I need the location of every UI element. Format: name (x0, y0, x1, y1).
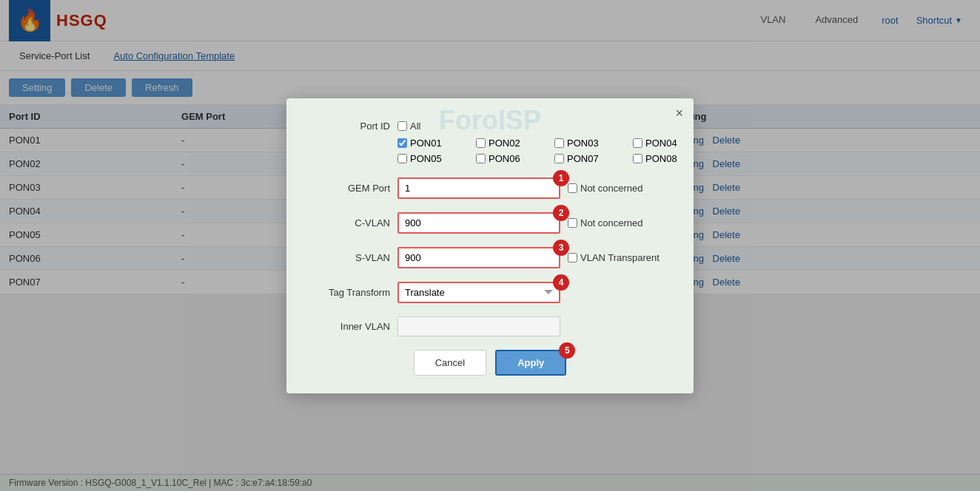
port-item-pon01: PON01 (397, 138, 464, 149)
tag-transform-select-wrap: Translate Push Pop None 4 (397, 282, 560, 295)
svlan-label: S-VLAN (316, 252, 390, 263)
cvlan-not-concerned-checkbox[interactable] (568, 218, 577, 228)
gem-port-not-concerned-checkbox[interactable] (568, 183, 577, 193)
all-checkbox-group: All (397, 121, 420, 132)
gem-port-label: GEM Port (316, 183, 390, 194)
modal-overlay: ForoISP × Port ID All PON01 (0, 0, 980, 294)
port-item-pon08: PON08 (633, 153, 699, 164)
cvlan-not-concerned-group: Not concerned (568, 217, 643, 228)
port-row-1: PON01 PON02 PON03 PON04 (397, 138, 664, 149)
svlan-step-badge: 3 (553, 240, 569, 256)
pon08-checkbox[interactable] (633, 154, 642, 163)
tag-transform-step-badge: 4 (553, 274, 569, 291)
port-id-row: Port ID All (316, 121, 664, 132)
gem-port-input[interactable] (397, 177, 560, 199)
port-row-2: PON05 PON06 PON07 PON08 (397, 153, 664, 164)
gem-port-not-concerned-group: Not concerned (568, 183, 643, 194)
cvlan-row: C-VLAN 2 Not concerned (316, 212, 664, 234)
pon02-label: PON02 (489, 138, 520, 149)
pon04-label: PON04 (645, 138, 677, 149)
cvlan-not-concerned-label: Not concerned (580, 217, 643, 228)
gem-port-input-wrap: 1 (397, 177, 560, 199)
pon03-label: PON03 (567, 138, 599, 149)
pon05-label: PON05 (410, 153, 442, 164)
pon01-checkbox[interactable] (397, 138, 407, 148)
pon05-checkbox[interactable] (397, 154, 407, 163)
gem-port-row: GEM Port 1 Not concerned (316, 177, 664, 199)
svlan-input[interactable] (397, 247, 560, 268)
cvlan-input[interactable] (397, 212, 560, 234)
svlan-transparent-checkbox[interactable] (568, 253, 577, 263)
pon03-checkbox[interactable] (554, 138, 564, 148)
svlan-row: S-VLAN 3 VLAN Transparent (316, 247, 664, 268)
cvlan-step-badge: 2 (553, 205, 569, 221)
svlan-transparent-label: VLAN Transparent (580, 252, 660, 263)
gem-port-not-concerned-label: Not concerned (580, 183, 643, 194)
modal: ForoISP × Port ID All PON01 (286, 98, 694, 295)
port-item-pon06: PON06 (476, 153, 543, 164)
pon06-checkbox[interactable] (476, 154, 486, 163)
pon07-label: PON07 (567, 153, 599, 164)
port-id-section: Port ID All PON01 PON02 (316, 121, 664, 164)
tag-transform-row: Tag Transform Translate Push Pop None 4 (316, 282, 664, 295)
port-item-pon07: PON07 (554, 153, 621, 164)
pon08-label: PON08 (645, 153, 677, 164)
gem-port-step-badge: 1 (553, 170, 569, 186)
all-checkbox[interactable] (397, 121, 407, 131)
pon07-checkbox[interactable] (554, 154, 564, 163)
port-item-pon03: PON03 (554, 138, 621, 149)
port-checkboxes-container: PON01 PON02 PON03 PON04 (397, 138, 664, 164)
port-item-pon05: PON05 (397, 153, 464, 164)
port-id-label: Port ID (316, 121, 390, 132)
cvlan-input-wrap: 2 (397, 212, 560, 234)
port-item-pon02: PON02 (476, 138, 543, 149)
cvlan-label: C-VLAN (316, 217, 390, 228)
pon06-label: PON06 (489, 153, 520, 164)
pon01-label: PON01 (410, 138, 442, 149)
tag-transform-select[interactable]: Translate Push Pop None (397, 282, 560, 295)
pon02-checkbox[interactable] (476, 138, 486, 148)
modal-close-button[interactable]: × (675, 106, 683, 121)
all-label: All (410, 121, 420, 132)
svlan-transparent-group: VLAN Transparent (568, 252, 660, 263)
svlan-input-wrap: 3 (397, 247, 560, 268)
pon04-checkbox[interactable] (633, 138, 642, 148)
tag-transform-label: Tag Transform (316, 287, 390, 295)
port-item-pon04: PON04 (633, 138, 699, 149)
